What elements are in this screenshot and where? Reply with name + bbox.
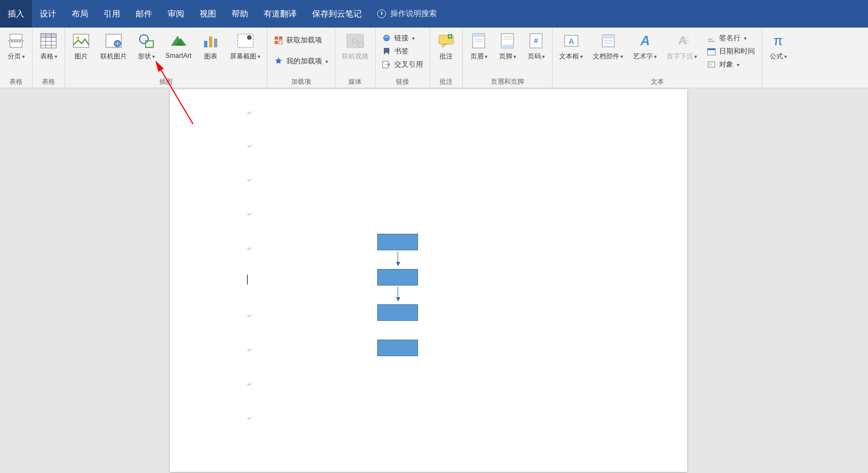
link-icon (382, 34, 391, 42)
screenshot-label: 屏幕截图 (230, 52, 260, 61)
flowchart-box-4[interactable] (377, 340, 418, 356)
online-video-button: 联机视频 (340, 31, 371, 62)
flowchart-arrow-2[interactable] (398, 287, 398, 301)
online-pictures-button[interactable]: 联机图片 (98, 31, 129, 62)
online-video-label: 联机视频 (342, 52, 368, 61)
group-comments: 批注 批注 (430, 28, 463, 88)
signature-icon (707, 34, 716, 42)
footer-label: 页脚 (499, 52, 516, 61)
group-illustrations: 图片 联机图片 形状 SmartArt (65, 28, 267, 88)
svg-rect-44 (501, 45, 513, 48)
svg-point-11 (76, 36, 79, 40)
smartart-label: SmartArt (165, 52, 191, 60)
group-headerfooter: 页眉 页脚 # 页码 页眉和页脚 (463, 28, 553, 88)
shapes-button[interactable]: 形状 (135, 31, 158, 62)
group-text-label: 文本 (557, 76, 757, 87)
svg-rect-1 (10, 42, 22, 47)
svg-marker-32 (384, 48, 389, 55)
bulb-icon (377, 9, 386, 18)
svg-point-30 (358, 42, 363, 47)
svg-marker-35 (442, 44, 447, 47)
crossref-label: 交叉引用 (394, 60, 423, 69)
tab-mailings[interactable]: 邮件 (128, 0, 160, 28)
svg-text:A: A (640, 33, 650, 48)
get-addins-label: 获取加载项 (286, 35, 322, 45)
my-addins-button[interactable]: 我的加载项 ▾ (272, 55, 330, 67)
group-illustrations-label: 插图 (69, 76, 262, 87)
dropcap-button: A 首字下沉 (665, 31, 699, 62)
group-pages: 分页 表格 (0, 28, 33, 88)
svg-rect-20 (214, 39, 217, 47)
svg-point-14 (140, 35, 148, 44)
equation-button[interactable]: π 公式 (767, 31, 790, 62)
object-label: 对象 (719, 60, 733, 69)
smartart-icon (170, 32, 187, 50)
tab-design[interactable]: 设计 (32, 0, 64, 28)
tab-help[interactable]: 帮助 (224, 0, 256, 28)
get-addins-button[interactable]: 获取加载项 (272, 34, 330, 46)
header-button[interactable]: 页眉 (467, 31, 490, 62)
group-headerfooter-label: 页眉和页脚 (467, 76, 548, 87)
smartart-button[interactable]: SmartArt (163, 31, 194, 61)
comment-button[interactable]: 批注 (435, 31, 458, 62)
svg-text:π: π (774, 33, 783, 48)
group-addins-label: 加载项 (272, 76, 330, 87)
svg-rect-40 (473, 34, 485, 37)
pictures-button[interactable]: 图片 (69, 31, 93, 62)
paragraph-mark: ↵ (247, 415, 253, 422)
comment-label: 批注 (440, 52, 453, 61)
tab-insert[interactable]: 插入 (0, 0, 32, 28)
my-addins-label: 我的加载项 (286, 56, 322, 66)
textbox-button[interactable]: A 文本框 (557, 31, 585, 62)
group-links-label: 链接 (380, 76, 425, 87)
svg-rect-9 (41, 34, 56, 37)
flowchart-box-2[interactable] (377, 269, 418, 286)
group-tables-label: 表格 (37, 76, 60, 87)
pagenum-button[interactable]: # 页码 (524, 31, 548, 62)
tell-me-search[interactable]: 操作说明搜索 (369, 0, 444, 28)
ribbon: 分页 表格 表格 表格 图片 (0, 28, 868, 88)
tab-review[interactable]: 审阅 (160, 0, 192, 28)
tab-save-cloud[interactable]: 保存到云笔记 (304, 0, 369, 28)
group-media: 联机视频 媒体 (335, 28, 376, 88)
comment-icon (437, 32, 455, 50)
bookmark-label: 书签 (394, 46, 409, 56)
signature-button[interactable]: 签名行 ▾ (705, 32, 757, 44)
page[interactable]: ↵ ↵ ↵ ↵ ↵ ↵ ↵ ↵ ↵ (170, 89, 687, 472)
datetime-button[interactable]: 日期和时间 (705, 45, 757, 57)
group-symbols-label (767, 78, 790, 87)
wordart-button[interactable]: A 艺术字 (631, 31, 659, 62)
tab-references[interactable]: 引用 (96, 0, 128, 28)
group-addins: 获取加载项 我的加载项 ▾ 加载项 (267, 28, 335, 88)
crossref-button[interactable]: 交叉引用 (380, 58, 425, 71)
footer-button[interactable]: 页脚 (496, 31, 519, 62)
page-break-button[interactable]: 分页 (4, 31, 28, 62)
document-area[interactable]: ↵ ↵ ↵ ↵ ↵ ↵ ↵ ↵ ↵ (0, 88, 868, 473)
shapes-label: 形状 (138, 52, 155, 61)
quickparts-button[interactable]: 文档部件 (591, 31, 625, 62)
tab-view[interactable]: 视图 (192, 0, 224, 28)
table-button[interactable]: 表格 (37, 31, 60, 62)
page-break-icon (7, 32, 25, 50)
screenshot-button[interactable]: 屏幕截图 (228, 31, 262, 62)
chart-button[interactable]: 图表 (199, 31, 222, 62)
object-button[interactable]: 对象 ▾ (705, 58, 757, 71)
svg-text:A: A (569, 37, 574, 46)
header-label: 页眉 (470, 52, 487, 61)
bookmark-button[interactable]: 书签 (380, 45, 425, 57)
tab-layout[interactable]: 布局 (64, 0, 96, 28)
chart-icon (202, 32, 219, 50)
footer-icon (499, 32, 516, 50)
link-button[interactable]: 链接 ▾ (380, 32, 425, 44)
tab-youdao[interactable]: 有道翻译 (256, 0, 304, 28)
table-icon (40, 32, 57, 50)
ribbon-tabs: 插入 设计 布局 引用 邮件 审阅 视图 帮助 有道翻译 保存到云笔记 操作说明… (0, 0, 868, 28)
paragraph-mark: ↵ (247, 109, 253, 117)
link-label: 链接 (394, 33, 409, 43)
picture-icon (72, 32, 90, 50)
svg-rect-18 (204, 41, 207, 47)
flowchart-arrow-1[interactable] (398, 251, 398, 266)
flowchart-box-3[interactable] (377, 304, 418, 321)
flowchart-box-1[interactable] (377, 234, 418, 250)
dropcap-label: 首字下沉 (667, 52, 697, 61)
